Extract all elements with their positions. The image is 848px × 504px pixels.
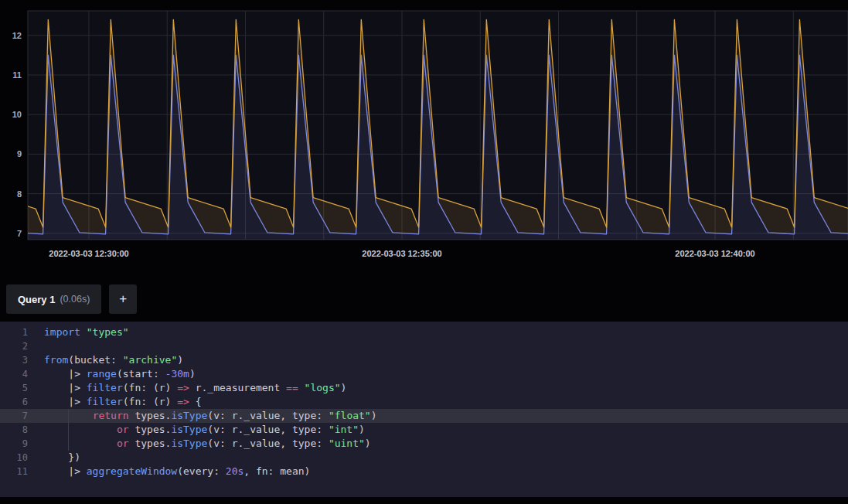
influxdb-data-explorer: 7891011122022-03-03 12:30:002022-03-03 1… — [0, 0, 848, 504]
flux-query-editor[interactable]: 1import "types"23from(bucket: "archive")… — [0, 322, 848, 497]
line-number: 10 — [0, 451, 28, 465]
code-text: from(bucket: "archive") — [28, 353, 848, 367]
code-line[interactable]: 9 or types.isType(v: r._value, type: "ui… — [0, 437, 848, 451]
code-line[interactable]: 2 — [0, 339, 848, 353]
y-axis-tick-label: 10 — [12, 110, 22, 119]
y-axis-tick-label: 12 — [12, 31, 22, 40]
y-axis-tick-label: 11 — [12, 70, 22, 80]
query-tab-bar: Query 1 (0.06s) + — [6, 284, 848, 314]
line-number: 3 — [0, 353, 28, 367]
query-tab-name: Query 1 — [18, 294, 55, 305]
x-axis-tick-label: 2022-03-03 12:30:00 — [49, 249, 128, 258]
code-text — [28, 339, 848, 353]
code-text: |> filter(fn: (r) => r._measurement == "… — [28, 381, 848, 395]
y-axis-tick-label: 7 — [17, 229, 22, 238]
query-tab[interactable]: Query 1 (0.06s) — [6, 284, 101, 314]
code-text: |> range(start: -30m) — [28, 367, 848, 381]
code-line[interactable]: 4 |> range(start: -30m) — [0, 367, 848, 381]
chart-canvas[interactable]: 7891011122022-03-03 12:30:002022-03-03 1… — [0, 0, 848, 272]
line-number: 8 — [0, 423, 28, 437]
line-number: 11 — [0, 465, 28, 478]
code-line[interactable]: 8 or types.isType(v: r._value, type: "in… — [0, 423, 848, 437]
line-number: 6 — [0, 395, 28, 409]
query-duration-badge: (0.06s) — [60, 294, 90, 305]
indent-guide — [68, 437, 69, 451]
code-text: }) — [28, 451, 848, 465]
code-text: return types.isType(v: r._value, type: "… — [28, 409, 848, 423]
x-axis-tick-label: 2022-03-03 12:35:00 — [362, 249, 441, 258]
y-axis-tick-label: 9 — [17, 149, 22, 158]
line-number: 5 — [0, 381, 28, 395]
line-number: 1 — [0, 325, 28, 339]
code-text: |> filter(fn: (r) => { — [28, 395, 848, 409]
x-axis-tick-label: 2022-03-03 12:40:00 — [675, 249, 754, 258]
line-number: 4 — [0, 367, 28, 381]
line-number: 9 — [0, 437, 28, 451]
code-text: |> aggregateWindow(every: 20s, fn: mean) — [28, 465, 848, 478]
indent-guide — [68, 409, 69, 423]
code-text: or types.isType(v: r._value, type: "int"… — [28, 423, 848, 437]
code-line[interactable]: 5 |> filter(fn: (r) => r._measurement ==… — [0, 381, 848, 395]
code-line[interactable]: 1import "types" — [0, 325, 848, 339]
footer-spacer — [0, 497, 848, 504]
time-series-chart[interactable]: 7891011122022-03-03 12:30:002022-03-03 1… — [0, 0, 848, 272]
code-text: import "types" — [28, 325, 848, 339]
code-line[interactable]: 6 |> filter(fn: (r) => { — [0, 395, 848, 409]
line-number: 7 — [0, 409, 28, 423]
code-line[interactable]: 7 return types.isType(v: r._value, type:… — [0, 409, 848, 423]
code-text: or types.isType(v: r._value, type: "uint… — [28, 437, 848, 451]
code-line[interactable]: 11 |> aggregateWindow(every: 20s, fn: me… — [0, 465, 848, 478]
add-query-button[interactable]: + — [109, 284, 137, 314]
code-line[interactable]: 10 }) — [0, 451, 848, 465]
indent-guide — [68, 423, 69, 437]
code-line[interactable]: 3from(bucket: "archive") — [0, 353, 848, 367]
line-number: 2 — [0, 339, 28, 353]
y-axis-tick-label: 8 — [17, 189, 22, 199]
